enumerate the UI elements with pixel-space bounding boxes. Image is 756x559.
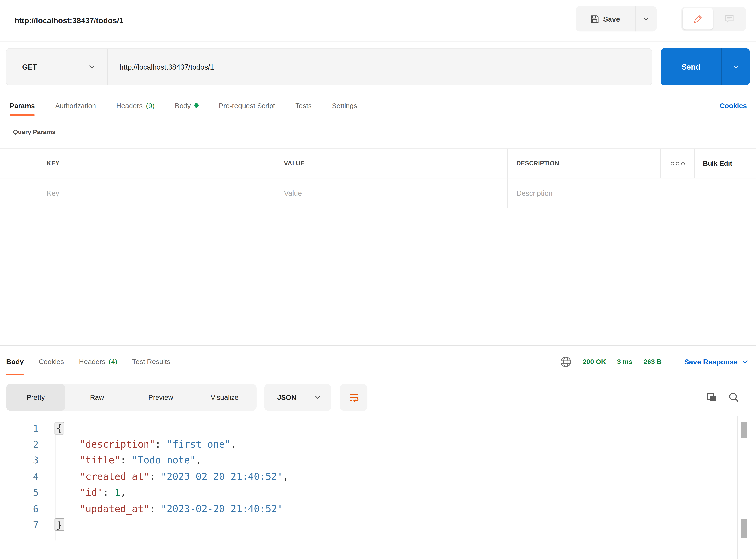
url-value: http://localhost:38437/todos/1 xyxy=(119,63,214,71)
view-visualize[interactable]: Visualize xyxy=(193,384,256,411)
send-button[interactable]: Send xyxy=(661,48,750,86)
description-column-header: DESCRIPTION xyxy=(507,149,660,178)
view-preview[interactable]: Preview xyxy=(129,384,193,411)
url-input[interactable]: http://localhost:38437/todos/1 xyxy=(108,49,652,85)
tab-label: Headers xyxy=(79,358,105,365)
tab-label: Test Results xyxy=(132,358,170,365)
indent-guide-line xyxy=(55,430,56,540)
tab-label: Headers xyxy=(116,102,142,110)
response-tab-test-results[interactable]: Test Results xyxy=(132,348,170,375)
code-line-row: 4 "created_at": "2023-02-20 21:40:52", xyxy=(0,468,738,484)
value-column-header: VALUE xyxy=(275,149,507,178)
network-globe-icon[interactable] xyxy=(559,356,572,367)
wrap-text-button[interactable] xyxy=(340,384,368,411)
code-line-row: 7} xyxy=(0,517,738,533)
tab-label: Body xyxy=(6,358,24,365)
tab-params[interactable]: Params xyxy=(10,92,35,119)
request-header-bar: http://localhost:38437/todos/1 Save xyxy=(0,0,756,42)
save-button[interactable]: Save xyxy=(576,6,657,31)
code-line-row: 5 "id": 1, xyxy=(0,484,738,500)
column-label: KEY xyxy=(47,160,60,167)
tab-label: Params xyxy=(10,102,35,110)
save-icon xyxy=(591,15,599,23)
comment-icon xyxy=(725,14,734,24)
code-line: "id": 1, xyxy=(39,487,126,498)
tab-label: Settings xyxy=(332,102,357,110)
chevron-down-icon xyxy=(89,65,95,69)
more-options-icon xyxy=(676,162,679,165)
save-response-button[interactable]: Save Response xyxy=(684,358,748,366)
value-input[interactable]: Value xyxy=(275,178,507,208)
pencil-icon xyxy=(693,14,703,23)
edit-pencil-button[interactable] xyxy=(683,8,713,29)
key-column-header: KEY xyxy=(38,149,275,178)
send-button-label[interactable]: Send xyxy=(661,48,722,86)
code-line-row: 3 "title": "Todo note", xyxy=(0,452,738,468)
params-input-row: Key Value Description xyxy=(0,178,756,208)
save-dropdown-button[interactable] xyxy=(636,6,657,31)
more-options-icon xyxy=(681,162,684,165)
scrollbar-thumb[interactable] xyxy=(741,422,747,438)
response-divider xyxy=(0,345,756,345)
bulk-edit-button[interactable]: Bulk Edit xyxy=(694,149,756,178)
chevron-down-icon xyxy=(315,395,321,399)
send-dropdown-button[interactable] xyxy=(722,48,750,86)
modified-dot xyxy=(194,103,199,107)
tab-label: Tests xyxy=(295,102,312,110)
method-selector[interactable]: GET xyxy=(6,49,108,85)
line-number: 7 xyxy=(0,519,39,530)
search-response-button[interactable] xyxy=(726,390,741,405)
response-tab-headers[interactable]: Headers (4) xyxy=(79,348,117,375)
response-body-editor[interactable]: 1{2 "description": "first one",3 "title"… xyxy=(0,417,738,533)
save-button-main[interactable]: Save xyxy=(576,6,636,31)
format-label: JSON xyxy=(277,394,296,401)
line-number: 5 xyxy=(0,487,39,498)
save-response-label: Save Response xyxy=(684,358,738,366)
code-line: "title": "Todo note", xyxy=(39,454,202,466)
value-placeholder: Value xyxy=(284,189,302,197)
line-number: 4 xyxy=(0,471,39,482)
response-size[interactable]: 263 B xyxy=(644,358,662,365)
tab-authorization[interactable]: Authorization xyxy=(55,92,96,119)
params-header-row: KEY VALUE DESCRIPTION Bulk Edit xyxy=(0,149,756,178)
tab-label: Body xyxy=(175,102,191,110)
params-more-options-button[interactable] xyxy=(660,149,694,178)
tab-pre-request-script[interactable]: Pre-request Script xyxy=(219,92,275,119)
code-line: "created_at": "2023-02-20 21:40:52", xyxy=(39,471,289,482)
line-number: 3 xyxy=(0,455,39,466)
copy-response-button[interactable] xyxy=(704,390,719,405)
comments-button[interactable] xyxy=(714,8,744,29)
code-line-row: 6 "updated_at": "2023-02-20 21:40:52" xyxy=(0,500,738,517)
copy-icon xyxy=(706,392,717,403)
response-tab-body[interactable]: Body xyxy=(6,348,24,375)
scrollbar-thumb[interactable] xyxy=(741,519,747,538)
tab-label: Authorization xyxy=(55,102,96,110)
request-url-shell: GET http://localhost:38437/todos/1 xyxy=(6,48,652,86)
cookies-link[interactable]: Cookies xyxy=(719,92,747,119)
params-select-column xyxy=(0,149,38,178)
chevron-down-icon xyxy=(742,360,748,364)
tab-headers[interactable]: Headers (9) xyxy=(116,92,155,119)
description-input[interactable]: Description xyxy=(507,178,756,208)
view-raw[interactable]: Raw xyxy=(65,384,129,411)
column-label: DESCRIPTION xyxy=(517,160,559,167)
status-code[interactable]: 200 OK xyxy=(583,358,606,365)
line-number: 6 xyxy=(0,503,39,514)
status-divider xyxy=(673,353,673,371)
code-line: "updated_at": "2023-02-20 21:40:52" xyxy=(39,503,283,514)
view-pretty[interactable]: Pretty xyxy=(6,384,65,411)
response-time[interactable]: 3 ms xyxy=(617,358,632,365)
response-tab-cookies[interactable]: Cookies xyxy=(39,348,64,375)
tab-tests[interactable]: Tests xyxy=(295,92,312,119)
tab-label: Cookies xyxy=(39,358,64,365)
line-number: 2 xyxy=(0,439,39,449)
line-number: 1 xyxy=(0,423,39,433)
format-selector[interactable]: JSON xyxy=(264,384,331,411)
tab-settings[interactable]: Settings xyxy=(332,92,357,119)
tab-body[interactable]: Body xyxy=(175,92,199,119)
more-options-icon xyxy=(670,162,674,165)
key-input[interactable]: Key xyxy=(38,178,275,208)
bulk-edit-label: Bulk Edit xyxy=(703,160,732,167)
wrap-text-icon xyxy=(348,392,360,403)
description-placeholder: Description xyxy=(517,189,553,197)
